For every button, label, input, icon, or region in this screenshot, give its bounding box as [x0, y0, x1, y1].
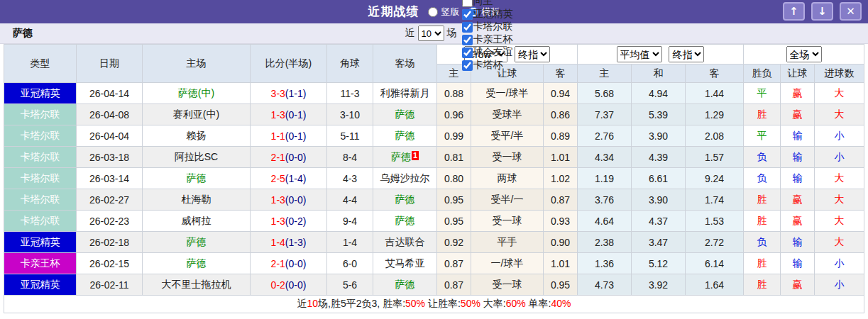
date-cell: 26-04-14	[77, 83, 143, 104]
handicap-cell: 受半/一	[471, 189, 544, 211]
competition-checkbox-label[interactable]: 卡塔尔联	[473, 21, 513, 33]
competition-checkbox-item: 同主	[457, 0, 513, 8]
average-select[interactable]: 平均值	[617, 46, 662, 62]
competition-checkbox[interactable]	[462, 22, 473, 33]
handicap-cell: 两球	[471, 168, 544, 189]
avg-home-cell: 7.37	[578, 104, 632, 125]
winloss-result-cell: 胜	[744, 104, 781, 125]
handicap-result-cell: 输	[781, 232, 815, 253]
competition-checkbox-item: 卡塔尔联	[457, 21, 513, 33]
date-cell: 26-04-04	[77, 125, 143, 147]
away-odds-cell: 0.95	[544, 274, 578, 296]
arrow-down-icon: ↓	[818, 6, 827, 17]
filter-bar: 萨德 近 10 场 同主 亚冠精英 卡塔尔联 卡亲王杯 球会友谊 卡塔杯	[0, 23, 868, 44]
corners-cell: 11-3	[327, 83, 373, 104]
summary-segment: 10	[307, 298, 319, 309]
corners-cell: 4-3	[327, 168, 373, 189]
home-odds-cell: 0.81	[437, 147, 471, 168]
table-row: 卡塔尔联 26-04-08 赛利亚(中) 1-3(0-1) 3-10 萨德 0.…	[4, 104, 864, 125]
score-cell: 2-5(1-4)	[251, 168, 327, 189]
competition-checkbox-label[interactable]: 同主	[473, 0, 493, 8]
avg-draw-cell: 4.39	[632, 147, 686, 168]
team-name: 萨德	[13, 27, 33, 40]
period-select[interactable]: 全场	[786, 46, 822, 62]
home-team-cell: 阿拉比SC	[143, 147, 251, 168]
goals-result-cell: 小	[815, 147, 864, 168]
away-team-cell: 乌姆沙拉尔	[373, 168, 437, 189]
move-up-button[interactable]: ↑	[783, 2, 805, 21]
competition-checkbox[interactable]	[462, 35, 473, 45]
goals-result-cell: 大	[815, 189, 864, 211]
date-cell: 26-04-08	[77, 104, 143, 125]
goals-result-cell: 大	[815, 83, 864, 104]
home-odds-cell: 0.95	[437, 211, 471, 232]
recent-count-select[interactable]: 10	[418, 26, 444, 41]
goals-result-cell: 小	[815, 253, 864, 274]
home-team-cell: 萨德	[143, 232, 251, 253]
close-button[interactable]: ✕	[840, 2, 862, 21]
goals-result-cell: 小	[815, 274, 864, 296]
winloss-result-cell: 胜	[744, 211, 781, 232]
competition-checkbox[interactable]	[462, 60, 473, 71]
score-cell: 2-1(0-0)	[251, 253, 327, 274]
avg-away-cell: 2.08	[686, 125, 744, 147]
summary-segment: 让胜率:	[425, 298, 461, 309]
away-odds-cell: 0.90	[544, 232, 578, 253]
goals-result-cell: 大	[815, 104, 864, 125]
away-team-cell: 利雅得新月	[373, 83, 437, 104]
competition-checkbox[interactable]	[462, 47, 473, 58]
winloss-result-cell: 平	[744, 83, 781, 104]
home-team-cell: 萨德	[143, 253, 251, 274]
summary-segment: 50%	[461, 298, 480, 309]
handicap-cell: 受平/半	[471, 125, 544, 147]
avg-away-cell: 1.57	[686, 147, 744, 168]
table-row: 亚冠精英 26-02-11 大不里士拖拉机 0-2(0-0) 5-6 萨德 0.…	[4, 274, 864, 296]
handicap-cell: 受一球	[471, 274, 544, 296]
away-team-cell: 萨德	[373, 274, 437, 296]
date-cell: 26-02-18	[77, 232, 143, 253]
avg-draw-cell: 5.12	[632, 253, 686, 274]
competition-checkbox-label[interactable]: 亚冠精英	[473, 8, 513, 21]
avg-away-cell: 1.53	[686, 211, 744, 232]
competition-badge: 卡塔尔联	[4, 211, 77, 232]
corners-cell: 8-4	[327, 147, 373, 168]
away-odds-cell: 0.86	[544, 104, 578, 125]
bookmaker-stage-select[interactable]: 终指	[515, 46, 550, 62]
competition-checkbox-item: 卡亲王杯	[457, 33, 513, 46]
handicap-result-cell: 赢	[781, 83, 815, 104]
home-team-cell: 威柯拉	[143, 211, 251, 232]
away-team-cell: 吉达联合	[373, 232, 437, 253]
home-team-cell: 大不里士拖拉机	[143, 274, 251, 296]
competition-checkbox-label[interactable]: 球会友谊	[473, 46, 513, 59]
avg-away-cell: 6.14	[686, 253, 744, 274]
score-cell: 1-4(1-3)	[251, 232, 327, 253]
average-stage-select[interactable]: 终指	[669, 46, 704, 62]
avg-draw-cell: 3.90	[632, 189, 686, 211]
competition-checkbox[interactable]	[462, 0, 473, 7]
competition-badge: 亚冠精英	[4, 232, 77, 253]
competition-badge: 卡塔尔联	[4, 189, 77, 211]
avg-home-cell: 1.36	[578, 253, 632, 274]
corners-cell: 9-4	[327, 211, 373, 232]
avg-away-cell: 1.29	[686, 104, 744, 125]
winloss-result-cell: 胜	[744, 253, 781, 274]
col-header-handicap-result: 让球	[781, 65, 815, 83]
handicap-result-cell: 输	[781, 125, 815, 147]
away-odds-cell: 0.93	[544, 211, 578, 232]
avg-draw-cell: 3.90	[632, 125, 686, 147]
competition-checkbox[interactable]	[462, 9, 473, 20]
competition-checkbox-label[interactable]: 卡塔杯	[473, 59, 503, 72]
home-odds-cell: 0.92	[437, 232, 471, 253]
away-odds-cell: 0.94	[544, 83, 578, 104]
competition-checkbox-label[interactable]: 卡亲王杯	[473, 33, 513, 46]
handicap-result-cell: 输	[781, 253, 815, 274]
score-cell: 1-3(0-2)	[251, 211, 327, 232]
period-select-cell: 全场	[744, 45, 864, 65]
handicap-result-cell: 输	[781, 168, 815, 189]
move-down-button[interactable]: ↓	[811, 2, 833, 21]
avg-home-cell: 5.68	[578, 83, 632, 104]
avg-home-cell: 3.76	[578, 189, 632, 211]
competition-badge: 卡塔尔联	[4, 168, 77, 189]
winloss-result-cell: 胜	[744, 189, 781, 211]
away-odds-cell: 1.01	[544, 147, 578, 168]
